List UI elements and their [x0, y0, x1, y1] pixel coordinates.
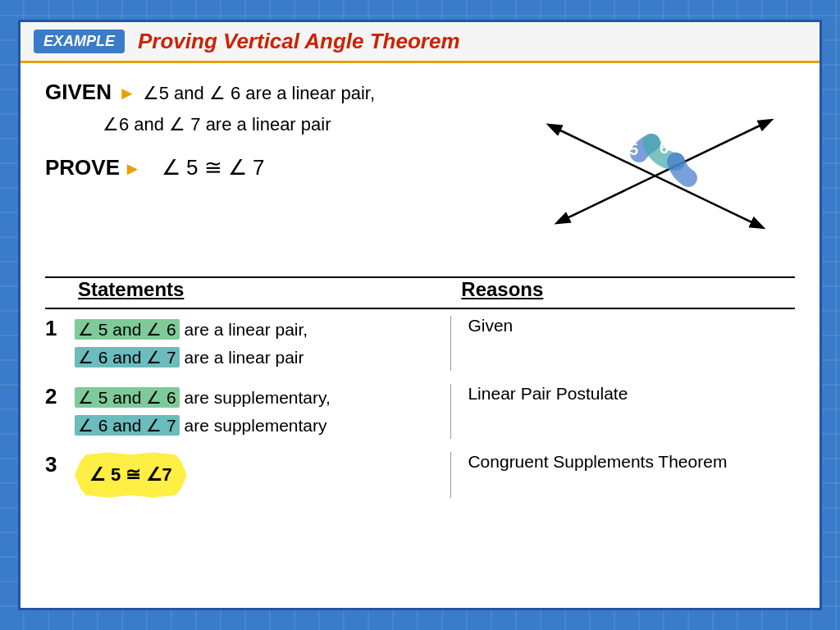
row3-starburst: ∠ 5 ≅ ∠7 — [75, 452, 187, 497]
highlight-6and7-supp: ∠ 6 and ∠ 7 — [75, 415, 180, 436]
chevron-icon: ► — [118, 83, 136, 104]
highlight-6and7: ∠ 6 and ∠ 7 — [75, 347, 180, 368]
angles-diagram: 5 6 7 — [532, 88, 795, 252]
angle5-label: 5 — [629, 140, 638, 158]
table-row: 1 ∠ 5 and ∠ 6 are a linear pair, ∠ 6 and… — [45, 316, 795, 371]
row-number-3: 3 — [45, 452, 75, 477]
diagram-area: 5 6 7 — [532, 88, 795, 252]
svg-line-0 — [565, 121, 770, 219]
given-label: GIVEN — [45, 80, 112, 105]
angle7-label: 7 — [687, 143, 696, 161]
left-panel: GIVEN ► ∠5 and ∠ 6 are a linear pair, ∠6… — [45, 80, 532, 252]
row-reason-3: Congruent Supplements Theorem — [451, 452, 795, 472]
row-statement-3: ∠ 5 ≅ ∠7 — [75, 452, 451, 497]
prove-expression: ∠ 5 ≅ ∠ 7 — [162, 155, 265, 180]
given-section: GIVEN ► ∠5 and ∠ 6 are a linear pair, ∠6… — [45, 80, 516, 139]
example-badge: EXAMPLE — [34, 30, 125, 53]
given-line2: ∠6 and ∠ 7 are a linear pair — [103, 110, 516, 139]
prove-chevron-icon: ► — [123, 158, 141, 179]
row-reason-2: Linear Pair Postulate — [451, 384, 795, 404]
proof-table: Statements Reasons 1 ∠ 5 and ∠ 6 are a l… — [45, 276, 795, 498]
table-headers: Statements Reasons — [45, 278, 795, 309]
row-number-1: 1 — [45, 316, 75, 341]
slide-title: Proving Vertical Angle Theorem — [138, 29, 460, 54]
row-statement-1: ∠ 5 and ∠ 6 are a linear pair, ∠ 6 and ∠… — [75, 316, 451, 371]
top-bar: EXAMPLE Proving Vertical Angle Theorem — [21, 22, 819, 63]
row-reason-1: Given — [451, 316, 795, 336]
main-content: GIVEN ► ∠5 and ∠ 6 are a linear pair, ∠6… — [21, 63, 819, 268]
prove-label: PROVE — [45, 155, 120, 180]
prove-section: PROVE ► ∠ 5 ≅ ∠ 7 — [45, 155, 516, 180]
row-number-2: 2 — [45, 384, 75, 409]
table-row: 2 ∠ 5 and ∠ 6 are supplementary, ∠ 6 and… — [45, 384, 795, 439]
reasons-header: Reasons — [445, 278, 795, 301]
angle6-label: 6 — [660, 139, 669, 157]
highlight-5and6: ∠ 5 and ∠ 6 — [75, 319, 180, 340]
statements-header: Statements — [45, 278, 445, 301]
table-row: 3 ∠ 5 ≅ ∠7 Congruent Supplements Theorem — [45, 452, 795, 497]
row-statement-2: ∠ 5 and ∠ 6 are supplementary, ∠ 6 and ∠… — [75, 384, 451, 439]
highlight-5and6-supp: ∠ 5 and ∠ 6 — [75, 387, 180, 408]
slide-container: EXAMPLE Proving Vertical Angle Theorem G… — [18, 20, 822, 610]
given-line1: ∠5 and ∠ 6 are a linear pair, — [143, 83, 375, 104]
